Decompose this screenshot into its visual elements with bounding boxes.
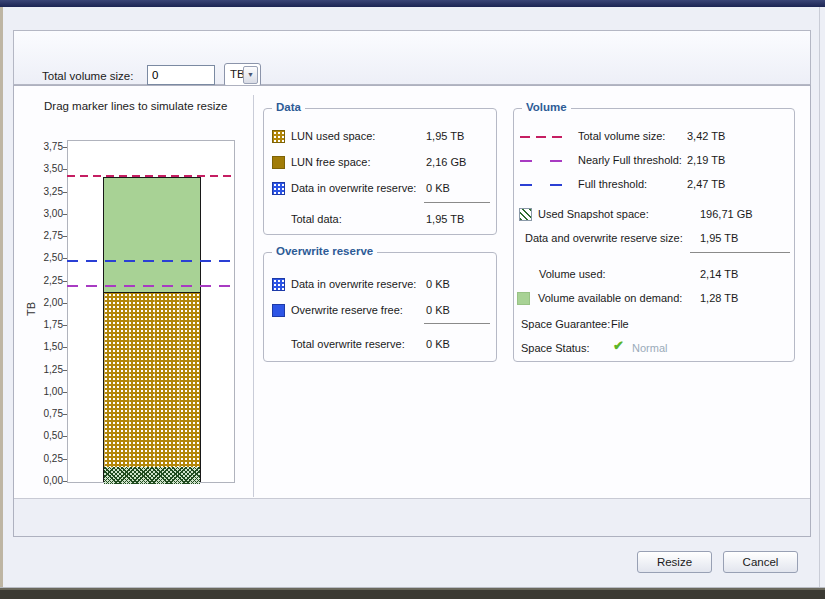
total-volume-size-label: Total volume size: bbox=[42, 70, 133, 82]
y-tick-label: 0,25 bbox=[30, 453, 63, 464]
nearly-full-threshold-dash-icon bbox=[520, 160, 562, 162]
y-tick-label: 2,00 bbox=[30, 297, 63, 308]
y-tick-label: 2,25 bbox=[30, 275, 63, 286]
bar-segment-gold-dotted bbox=[104, 292, 200, 467]
window-right-frame bbox=[819, 7, 820, 587]
y-tick-mark bbox=[63, 392, 67, 393]
unit-dropdown[interactable]: TB ▼ bbox=[224, 63, 261, 87]
y-tick-label: 0,50 bbox=[30, 430, 63, 441]
y-tick-label: 1,25 bbox=[30, 364, 63, 375]
marker-line-nearly-full-threshold[interactable] bbox=[67, 285, 233, 287]
full-threshold-label: Full threshold: bbox=[578, 178, 647, 190]
total-data-label: Total data: bbox=[291, 213, 342, 225]
nearly-full-threshold-label: Nearly Full threshold: bbox=[578, 154, 682, 166]
y-tick-mark bbox=[63, 214, 67, 215]
lun-used-space-value: 1,95 TB bbox=[426, 130, 464, 142]
lun-used-space-swatch-icon bbox=[272, 130, 285, 143]
used-snapshot-space-label: Used Snapshot space: bbox=[538, 208, 649, 220]
y-tick-mark bbox=[63, 192, 67, 193]
window-top-frame bbox=[0, 0, 825, 7]
used-snapshot-space-swatch-icon bbox=[519, 208, 532, 221]
lun-free-space-label: LUN free space: bbox=[291, 156, 370, 168]
resize-button[interactable]: Resize bbox=[637, 551, 712, 573]
total-volume-size-input[interactable] bbox=[147, 65, 215, 85]
y-tick-mark bbox=[63, 236, 67, 237]
window-bottom-frame bbox=[0, 587, 825, 599]
data-in-overwrite-reserve-value: 0 KB bbox=[426, 182, 450, 194]
volume-available-on-demand-value: 1,28 TB bbox=[700, 292, 738, 304]
y-tick-mark bbox=[63, 414, 67, 415]
vol-total-volume-size-value: 3,42 TB bbox=[687, 130, 725, 142]
y-tick-mark bbox=[63, 459, 67, 460]
vertical-divider bbox=[253, 95, 254, 497]
cancel-button[interactable]: Cancel bbox=[723, 551, 798, 573]
data-groupbox-title: Data bbox=[272, 101, 305, 113]
space-status-label: Space Status: bbox=[521, 342, 590, 354]
ovw-data-in-overwrite-reserve-label: Data in overwrite reserve: bbox=[291, 278, 416, 290]
space-guarantee-label: Space Guarantee: bbox=[521, 318, 610, 330]
total-volume-size-form: Total volume size: TB ▼ bbox=[13, 30, 811, 85]
bar-segment-light-green-solid bbox=[104, 178, 200, 292]
window-left-frame bbox=[0, 7, 3, 587]
resize-volume-dialog: Total volume size: TB ▼ Drag marker line… bbox=[0, 0, 825, 599]
overwrite-total-separator bbox=[424, 323, 490, 324]
bar-segment-green-crosshatch bbox=[104, 466, 200, 484]
y-tick-label: 0,75 bbox=[30, 408, 63, 419]
space-guarantee-value: File bbox=[611, 318, 629, 330]
overwrite-reserve-free-label: Overwrite reserve free: bbox=[291, 304, 403, 316]
y-tick-mark bbox=[63, 481, 67, 482]
y-tick-label: 3,50 bbox=[30, 163, 63, 174]
used-snapshot-space-value: 196,71 GB bbox=[700, 208, 753, 220]
ovw-data-in-overwrite-reserve-value: 0 KB bbox=[426, 278, 450, 290]
y-tick-label: 0,00 bbox=[30, 475, 63, 486]
y-tick-mark bbox=[63, 303, 67, 304]
volume-groupbox-title: Volume bbox=[522, 101, 571, 113]
total-data-value: 1,95 TB bbox=[426, 213, 464, 225]
volume-used-value: 2,14 TB bbox=[700, 268, 738, 280]
overwrite-reserve-free-swatch-icon bbox=[272, 304, 285, 317]
volume-used-separator bbox=[690, 252, 790, 253]
ovw-data-in-overwrite-reserve-swatch-icon bbox=[272, 278, 285, 291]
marker-line-total-volume-size[interactable] bbox=[67, 175, 233, 177]
status-check-icon: ✔ bbox=[613, 338, 624, 353]
nearly-full-threshold-value: 2,19 TB bbox=[687, 154, 725, 166]
overwrite-reserve-free-value: 0 KB bbox=[426, 304, 450, 316]
lun-free-space-swatch-icon bbox=[272, 156, 285, 169]
y-tick-label: 3,25 bbox=[30, 186, 63, 197]
total-overwrite-reserve-value: 0 KB bbox=[426, 338, 450, 350]
vol-total-volume-size-label: Total volume size: bbox=[578, 130, 665, 142]
unit-dropdown-button[interactable]: ▼ bbox=[243, 66, 258, 84]
volume-available-on-demand-swatch-icon bbox=[517, 292, 530, 305]
y-tick-label: 2,75 bbox=[30, 230, 63, 241]
lun-used-space-label: LUN used space: bbox=[291, 130, 375, 142]
y-tick-mark bbox=[63, 169, 67, 170]
y-tick-label: 1,50 bbox=[30, 341, 63, 352]
y-tick-mark bbox=[63, 436, 67, 437]
volume-groupbox: Volume Total volume size: 3,42 TB Nearly… bbox=[513, 108, 795, 362]
chart-title: Drag marker lines to simulate resize bbox=[44, 100, 227, 112]
data-and-overwrite-reserve-size-label: Data and overwrite reserve size: bbox=[525, 232, 683, 244]
y-tick-mark bbox=[63, 370, 67, 371]
data-total-separator bbox=[424, 202, 490, 203]
overwrite-reserve-groupbox-title: Overwrite reserve bbox=[272, 245, 377, 257]
lun-free-space-value: 2,16 GB bbox=[426, 156, 466, 168]
y-tick-label: 3,75 bbox=[30, 141, 63, 152]
y-tick-mark bbox=[63, 325, 67, 326]
y-tick-mark bbox=[63, 281, 67, 282]
y-tick-label: 1,75 bbox=[30, 319, 63, 330]
total-overwrite-reserve-label: Total overwrite reserve: bbox=[291, 338, 405, 350]
marker-line-full-threshold[interactable] bbox=[67, 260, 233, 262]
total-volume-size-dash-icon bbox=[520, 136, 562, 138]
y-tick-label: 3,00 bbox=[30, 208, 63, 219]
resize-chart-plot bbox=[67, 140, 235, 483]
data-in-overwrite-reserve-label: Data in overwrite reserve: bbox=[291, 182, 416, 194]
overwrite-reserve-groupbox: Overwrite reserve Data in overwrite rese… bbox=[263, 252, 497, 362]
volume-used-label: Volume used: bbox=[539, 268, 606, 280]
full-threshold-dash-icon bbox=[520, 184, 562, 186]
full-threshold-value: 2,47 TB bbox=[687, 178, 725, 190]
space-status-value: Normal bbox=[632, 342, 667, 354]
data-and-overwrite-reserve-size-value: 1,95 TB bbox=[700, 232, 738, 244]
volume-available-on-demand-label: Volume available on demand: bbox=[538, 292, 682, 304]
data-in-overwrite-reserve-swatch-icon bbox=[272, 182, 285, 195]
data-groupbox: Data LUN used space: 1,95 TB LUN free sp… bbox=[263, 108, 497, 235]
